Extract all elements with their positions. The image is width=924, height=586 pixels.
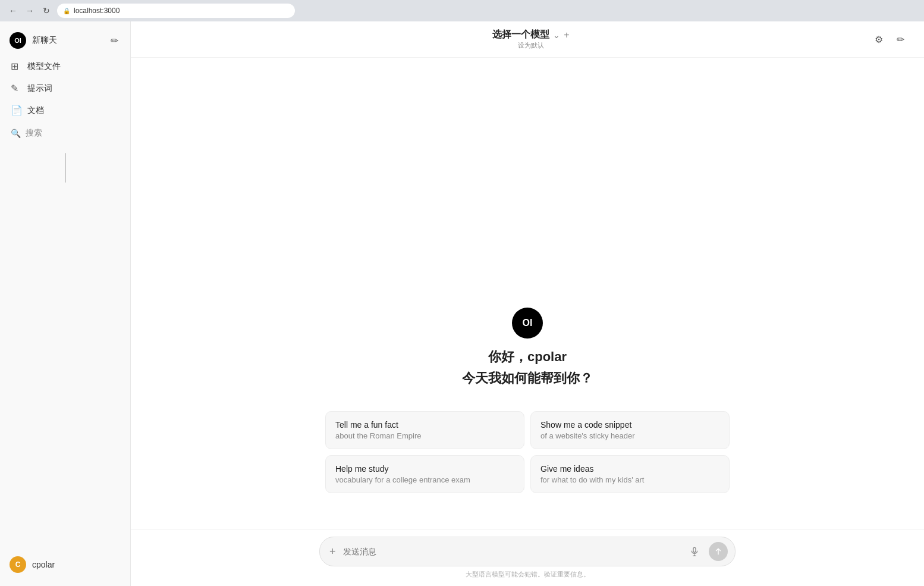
suggestion-subtitle-code: of a website's sticky header (540, 431, 719, 440)
input-area: + 大型语言模型可能会犯错。验证重要信息。 (131, 529, 924, 586)
secure-icon: 🔒 (63, 8, 70, 14)
suggestion-subtitle-study: vocabulary for a college entrance exam (335, 475, 514, 484)
search-label: 搜索 (26, 128, 42, 139)
header-actions: ⚙ ✏ (869, 30, 910, 49)
url-text: localhost:3000 (74, 7, 120, 15)
new-chat-button[interactable]: ✏ (108, 33, 121, 49)
forward-button[interactable]: → (24, 5, 36, 17)
search-bar[interactable]: 🔍 搜索 (5, 123, 125, 143)
svg-rect-0 (693, 547, 696, 552)
new-chat-label: 新聊天 (32, 35, 57, 46)
user-name: cpolar (32, 560, 55, 569)
sidebar-label-model-files: 模型文件 (27, 61, 61, 72)
ai-logo: OI (512, 308, 543, 339)
sidebar-label-prompts: 提示词 (27, 83, 52, 94)
prompts-icon: ✎ (11, 83, 21, 94)
sidebar-logo: OI (10, 32, 26, 49)
suggestion-kids-art[interactable]: Give me ideas for what to do with my kid… (530, 455, 730, 493)
suggestion-title-code: Show me a code snippet (540, 420, 719, 430)
suggestion-code-snippet[interactable]: Show me a code snippet of a website's st… (530, 411, 730, 449)
sidebar-item-documents[interactable]: 📄 文档 (5, 100, 125, 121)
suggestion-study-vocab[interactable]: Help me study vocabulary for a college e… (325, 455, 524, 493)
reload-button[interactable]: ↻ (40, 5, 52, 17)
welcome-text: 你好，cpolar 今天我如何能帮到你？ (462, 348, 593, 387)
suggestion-title-roman: Tell me a fun fact (335, 420, 514, 430)
suggestion-subtitle-roman: about the Roman Empire (335, 431, 514, 440)
chat-area: OI 你好，cpolar 今天我如何能帮到你？ Tell me a fun fa… (131, 58, 924, 529)
input-container: + (319, 537, 736, 566)
disclaimer-text: 大型语言模型可能会犯错。验证重要信息。 (145, 570, 910, 581)
suggestion-title-study: Help me study (335, 464, 514, 474)
documents-icon: 📄 (11, 105, 21, 116)
add-model-icon[interactable]: + (564, 30, 569, 40)
address-bar[interactable]: 🔒 localhost:3000 (57, 4, 295, 18)
app-container: OI 新聊天 ✏ ⊞ 模型文件 ✎ 提示词 📄 文档 🔍 搜索 (0, 21, 924, 586)
sidebar-header: OI 新聊天 ✏ (0, 27, 130, 56)
microphone-button[interactable] (685, 542, 704, 561)
search-icon: 🔍 (11, 129, 21, 138)
attach-button[interactable]: + (327, 544, 338, 559)
user-avatar: c (10, 556, 26, 573)
chevron-down-icon: ⌄ (553, 30, 560, 40)
sidebar-label-documents: 文档 (27, 105, 44, 116)
welcome-greeting: 你好，cpolar (462, 348, 593, 366)
edit-button[interactable]: ✏ (891, 30, 910, 49)
sidebar-item-model-files[interactable]: ⊞ 模型文件 (5, 56, 125, 77)
sidebar: OI 新聊天 ✏ ⊞ 模型文件 ✎ 提示词 📄 文档 🔍 搜索 (0, 21, 131, 586)
sidebar-item-prompts[interactable]: ✎ 提示词 (5, 78, 125, 99)
back-button[interactable]: ← (7, 5, 19, 17)
chat-header: 选择一个模型 ⌄ + 设为默认 ⚙ ✏ (131, 21, 924, 58)
suggestion-subtitle-art: for what to do with my kids' art (540, 475, 719, 484)
suggestion-title-art: Give me ideas (540, 464, 719, 474)
welcome-section: OI 你好，cpolar 今天我如何能帮到你？ (462, 308, 593, 387)
suggestion-roman-empire[interactable]: Tell me a fun fact about the Roman Empir… (325, 411, 524, 449)
model-subtitle: 设为默认 (518, 41, 544, 50)
message-input[interactable] (343, 547, 680, 556)
sidebar-nav: ⊞ 模型文件 ✎ 提示词 📄 文档 (0, 56, 130, 121)
sidebar-divider (65, 153, 66, 183)
main-content: 选择一个模型 ⌄ + 设为默认 ⚙ ✏ OI 你好，cpolar 今天我如何 (131, 21, 924, 586)
sidebar-footer: c cpolar (0, 549, 130, 580)
model-name: 选择一个模型 (492, 29, 549, 41)
suggestions-grid: Tell me a fun fact about the Roman Empir… (325, 411, 730, 493)
welcome-subtitle: 今天我如何能帮到你？ (462, 369, 593, 387)
browser-chrome: ← → ↻ 🔒 localhost:3000 (0, 0, 924, 21)
settings-button[interactable]: ⚙ (869, 30, 888, 49)
model-selector[interactable]: 选择一个模型 ⌄ + 设为默认 (492, 29, 569, 50)
send-button[interactable] (709, 542, 728, 561)
model-files-icon: ⊞ (11, 61, 21, 72)
